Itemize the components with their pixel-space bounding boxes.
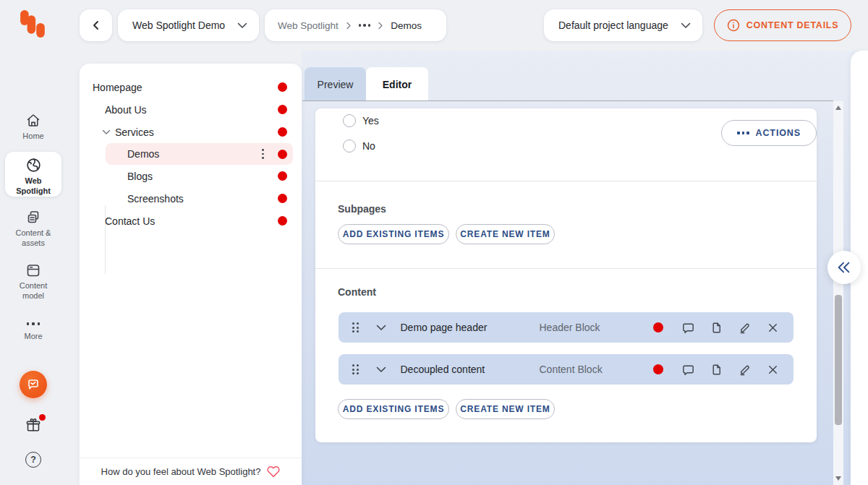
kontent-logo [20,10,46,39]
globe-icon [25,157,42,173]
home-icon [25,113,41,129]
remove-icon[interactable] [763,318,782,337]
help-button[interactable]: ? [25,452,41,468]
status-dot-red [653,364,663,374]
breadcrumb-ellipsis[interactable] [359,24,371,27]
content-assets-icon [25,210,41,226]
radio-label: Yes [362,115,379,126]
chat-feedback-button[interactable] [20,371,47,398]
status-dot-red [278,127,287,137]
status-dot-red [278,171,287,181]
chevron-down-icon[interactable] [376,325,386,331]
subpages-title: Subpages [338,203,386,215]
left-nav: Home Web Spotlight Content & assets [0,51,80,485]
edit-icon[interactable] [735,360,754,379]
tab-preview[interactable]: Preview [305,67,366,101]
sidebar-item-home[interactable]: Home [1,113,66,141]
breadcrumb-root[interactable]: Web Spotlight [278,20,339,31]
breadcrumb-current: Demos [391,20,422,31]
tree-item-screenshots[interactable]: Screenshots [80,187,302,210]
kebab-menu-icon[interactable] [262,149,264,158]
comment-icon[interactable] [678,360,697,379]
expand-panel-button[interactable] [827,251,861,284]
radio-option-no[interactable]: No [343,140,375,153]
status-dot-red [278,105,287,114]
duplicate-icon[interactable] [707,318,726,337]
actions-label: ACTIONS [756,128,801,138]
content-details-button[interactable]: CONTENT DETAILS [714,9,851,41]
more-dots-icon [27,319,41,329]
drag-handle-icon[interactable] [352,322,359,332]
content-model-icon [25,262,41,278]
edit-icon[interactable] [735,318,754,337]
double-chevron-left-icon [836,260,852,275]
content-item-name: Decoupled content [401,364,540,375]
drag-handle-icon[interactable] [352,364,359,374]
sidebar-item-label: Content model [12,280,55,301]
heart-icon[interactable] [267,465,280,478]
tree-item-label: About Us [105,104,147,116]
sidebar-item-label: Web Spotlight [8,176,59,197]
subpages-create-new-button[interactable]: CREATE NEW ITEM [456,224,555,244]
content-item-type: Content Block [540,364,603,375]
content-item-row[interactable]: Decoupled content Content Block [339,354,793,385]
status-dot-red [653,322,663,332]
comment-icon[interactable] [678,318,697,337]
language-value: Default project language [558,20,668,31]
tab-label: Editor [383,79,412,90]
whats-new-button[interactable] [25,417,43,434]
content-create-new-button[interactable]: CREATE NEW ITEM [456,399,555,419]
back-button[interactable] [80,9,112,41]
radio-option-yes[interactable]: Yes [343,114,379,127]
radio-icon[interactable] [343,114,356,127]
scrollbar-thumb[interactable] [835,295,842,425]
tree-item-contact-us[interactable]: Contact Us [80,210,302,232]
content-details-label: CONTENT DETAILS [746,20,839,30]
scroll-down-arrow[interactable] [835,476,841,481]
remove-icon[interactable] [763,360,782,379]
chevron-down-icon [237,22,247,29]
feedback-bar: How do you feel about Web Spotlight? [80,458,302,485]
tree-item-label: Homepage [93,82,142,93]
content-title: Content [338,286,376,298]
tree-item-blogs[interactable]: Blogs [80,165,302,187]
chevron-down-icon[interactable] [376,366,386,373]
tree-item-services[interactable]: Services [80,121,302,143]
actions-button[interactable]: ACTIONS [721,120,817,146]
language-dropdown[interactable]: Default project language [544,9,702,41]
content-add-existing-button[interactable]: ADD EXISTING ITEMS [338,399,449,419]
content-item-row[interactable]: Demo page header Header Block [339,312,793,343]
button-label: CREATE NEW ITEM [460,229,550,239]
content-item-name: Demo page header [401,322,540,333]
tree-item-label: Screenshots [127,193,184,205]
sidebar-item-content-model[interactable]: Content model [1,262,66,301]
tree-item-about-us[interactable]: About Us [80,98,302,121]
sidebar-item-content-assets[interactable]: Content & assets [1,210,66,249]
page-selector-dropdown[interactable]: Web Spotlight Demo [118,9,259,41]
section-divider [315,181,817,181]
chevron-down-icon[interactable] [102,129,111,135]
subpages-add-existing-button[interactable]: ADD EXISTING ITEMS [338,224,449,244]
duplicate-icon[interactable] [707,360,726,379]
tree-item-demos[interactable]: Demos [106,143,293,165]
vertical-scrollbar[interactable] [833,101,843,485]
radio-icon[interactable] [343,140,356,153]
sidebar-item-web-spotlight[interactable]: Web Spotlight [1,157,66,197]
tab-label: Preview [318,79,354,90]
tree-item-homepage[interactable]: Homepage [80,76,302,98]
status-dot-red [278,194,287,203]
top-bar: Web Spotlight Demo Web Spotlight Demos D… [0,0,868,51]
scroll-up-arrow[interactable] [835,106,841,110]
status-dot-red [278,150,287,159]
tree-item-label: Blogs [127,171,153,182]
question-mark-icon: ? [30,455,36,465]
status-dot-red [278,216,287,226]
sidebar-item-more[interactable]: More [1,319,66,341]
tab-editor[interactable]: Editor [366,67,428,101]
button-label: ADD EXISTING ITEMS [343,229,444,239]
notification-dot [39,414,46,421]
tree-item-label: Demos [127,148,159,160]
breadcrumb-separator-icon [346,22,352,30]
sidebar-item-label: Home [22,131,43,141]
section-divider [315,268,817,269]
